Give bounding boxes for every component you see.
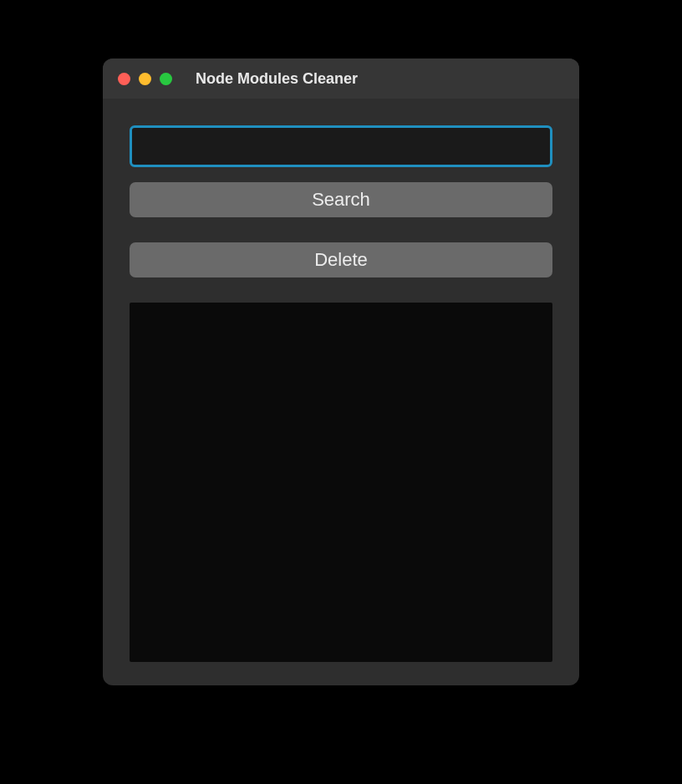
close-icon[interactable] [118,73,130,85]
app-window: Node Modules Cleaner Search Delete [103,59,579,685]
traffic-lights [118,73,172,85]
search-button[interactable]: Search [130,182,552,217]
maximize-icon[interactable] [160,73,172,85]
window-body: Search Delete [103,99,579,685]
window-title: Node Modules Cleaner [196,70,358,88]
delete-button[interactable]: Delete [130,242,552,277]
titlebar: Node Modules Cleaner [103,59,579,99]
output-panel [130,303,552,662]
minimize-icon[interactable] [139,73,151,85]
path-input[interactable] [130,125,552,167]
